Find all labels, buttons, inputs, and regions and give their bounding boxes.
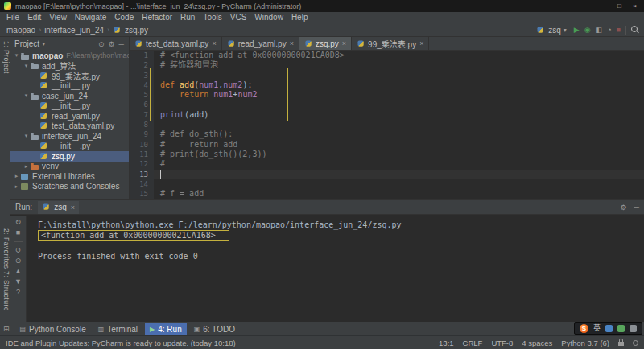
menu-item-window[interactable]: Window — [250, 13, 287, 22]
hide-panel-icon[interactable]: ─ — [118, 40, 125, 48]
code-line[interactable]: 10# return add — [130, 140, 644, 150]
debug-button[interactable]: ◉ — [584, 27, 591, 34]
settings-gear-icon[interactable]: ⚙ — [621, 203, 627, 211]
code-line[interactable]: 15# f = add — [130, 189, 644, 199]
event-log-icon[interactable] — [633, 340, 638, 346]
tree-item[interactable]: ▸venv — [10, 162, 129, 172]
file-encoding[interactable]: UTF-8 — [491, 339, 513, 347]
breadcrumb-item[interactable]: interface_jun_24 — [44, 26, 104, 35]
code-line[interactable]: 6 — [130, 100, 644, 109]
sogou-logo-icon[interactable]: S — [580, 324, 588, 333]
status-message[interactable]: IDE and Plugin Updates: PyCharm is ready… — [6, 339, 236, 347]
code-line[interactable]: 8 — [130, 120, 644, 129]
readonly-lock-icon[interactable] — [618, 342, 624, 346]
expander-icon[interactable]: ▸ — [23, 163, 30, 170]
profiler-button[interactable]: ◔ — [607, 27, 611, 34]
breadcrumb-item[interactable]: maopao — [6, 26, 35, 35]
help-icon[interactable]: ? — [16, 289, 20, 296]
maximize-button[interactable]: □ — [612, 2, 627, 10]
menu-item-view[interactable]: View — [45, 13, 71, 22]
caret-position[interactable]: 13:1 — [439, 339, 454, 347]
toolstrip-favorites[interactable]: 2: Favorites — [1, 228, 10, 269]
tree-item[interactable]: __init__.py — [10, 101, 129, 112]
code-line[interactable]: 7print(add) — [130, 110, 644, 120]
line-number[interactable]: 15 — [130, 189, 154, 199]
tree-item[interactable]: __init__.py — [10, 81, 129, 92]
menu-item-edit[interactable]: Edit — [23, 13, 45, 22]
toolwindow-button[interactable]: ▣6: TODO — [189, 323, 240, 335]
scroll-down-icon[interactable]: ▼ — [14, 278, 22, 285]
menu-item-refactor[interactable]: Refactor — [138, 13, 176, 22]
menu-item-help[interactable]: Help — [287, 13, 312, 22]
toolstrip-structure[interactable]: 7: Structure — [1, 271, 10, 311]
line-number[interactable]: 8 — [130, 120, 154, 129]
close-tab-icon[interactable]: × — [342, 39, 346, 47]
stop-button[interactable]: ■ — [16, 229, 20, 236]
code-line[interactable]: 1# <function add at 0x00000000021CA0D8> — [130, 51, 644, 60]
tree-item[interactable]: ▾interface_jun_24 — [10, 131, 129, 142]
tree-item[interactable]: __init__.py — [10, 142, 129, 152]
line-number[interactable]: 13 — [130, 170, 154, 179]
breadcrumb-item[interactable]: zsq.py — [113, 26, 148, 35]
line-number[interactable]: 9 — [130, 129, 154, 139]
menu-item-navigate[interactable]: Navigate — [71, 13, 110, 22]
scroll-up-icon[interactable]: ▲ — [14, 268, 22, 275]
pin-tab-icon[interactable]: ⊙ — [15, 257, 22, 265]
tree-item[interactable]: test_data.yaml.py — [10, 121, 129, 132]
line-number[interactable]: 11 — [130, 150, 154, 159]
stop-button[interactable]: ■ — [617, 27, 621, 34]
code-line[interactable]: 2# 装饰器和冒泡 — [130, 60, 644, 70]
locate-file-icon[interactable]: ⊙ — [97, 40, 105, 48]
indent-style[interactable]: 4 spaces — [522, 339, 552, 347]
settings-gear-icon[interactable]: ⚙ — [108, 40, 116, 48]
tree-item[interactable]: 99_乘法表.py — [10, 71, 129, 81]
line-number[interactable]: 1 — [130, 51, 154, 60]
toolwindow-quick-access-icon[interactable]: ⊞ — [3, 325, 10, 333]
code-line[interactable]: 12# — [130, 159, 644, 169]
project-panel-title[interactable]: Project — [14, 39, 39, 48]
close-button[interactable]: × — [627, 2, 642, 10]
menu-item-code[interactable]: Code — [110, 13, 138, 22]
line-number[interactable]: 6 — [130, 100, 154, 109]
line-number[interactable]: 3 — [130, 71, 154, 80]
editor-tab[interactable]: test_data.yaml.py× — [130, 37, 222, 50]
line-number[interactable]: 10 — [130, 140, 154, 150]
code-line[interactable]: 5 return num1+num2 — [130, 90, 644, 100]
coverage-button[interactable]: ◧ — [596, 27, 603, 34]
toolwindow-button[interactable]: ▤Python Console — [15, 323, 91, 335]
line-number[interactable]: 7 — [130, 110, 154, 120]
tree-item[interactable]: ▸Scratches and Consoles — [10, 182, 129, 192]
close-tab-icon[interactable]: × — [419, 39, 423, 47]
expander-icon[interactable]: ▾ — [23, 133, 30, 139]
close-tab-icon[interactable]: × — [290, 39, 294, 47]
restore-layout-icon[interactable]: ↺ — [15, 247, 22, 254]
editor-tab[interactable]: 99_乘法表.py× — [352, 37, 429, 50]
expander-icon[interactable]: ▸ — [13, 173, 20, 179]
rerun-button[interactable]: ↻ — [15, 219, 22, 226]
code-line[interactable]: 14 — [130, 179, 644, 189]
line-number[interactable]: 5 — [130, 90, 154, 100]
run-config-selector[interactable]: zsq ▾ — [534, 26, 569, 35]
close-tab-icon[interactable]: × — [71, 203, 75, 211]
code-line[interactable]: 9# def do_sth(): — [130, 129, 644, 139]
expander-icon[interactable]: ▾ — [23, 63, 30, 69]
expander-icon[interactable]: ▾ — [23, 92, 30, 99]
line-number[interactable]: 4 — [130, 80, 154, 90]
toolstrip-project[interactable]: 1: Project — [1, 41, 10, 74]
python-interpreter[interactable]: Python 3.7 (6) — [561, 339, 609, 347]
close-tab-icon[interactable]: × — [212, 39, 216, 47]
chevron-down-icon[interactable]: ▾ — [42, 40, 45, 47]
editor-tab[interactable]: read_yaml.py× — [222, 37, 299, 50]
line-number[interactable]: 14 — [130, 179, 154, 189]
expander-icon[interactable]: ▸ — [13, 183, 20, 190]
toolwindow-button[interactable]: ▶4: Run — [145, 323, 187, 335]
tree-item[interactable]: read_yaml.py — [10, 111, 129, 121]
ime-keyboard-icon[interactable] — [605, 325, 613, 332]
editor[interactable]: 1# <function add at 0x00000000021CA0D8>2… — [130, 51, 644, 199]
menu-item-file[interactable]: File — [2, 13, 23, 22]
ime-language-indicator[interactable]: 英 — [593, 325, 601, 332]
menu-item-run[interactable]: Run — [176, 13, 199, 22]
search-everywhere-icon[interactable] — [631, 26, 639, 34]
toolwindow-button[interactable]: ▥Terminal — [93, 323, 142, 335]
run-button[interactable]: ▶ — [574, 27, 580, 34]
